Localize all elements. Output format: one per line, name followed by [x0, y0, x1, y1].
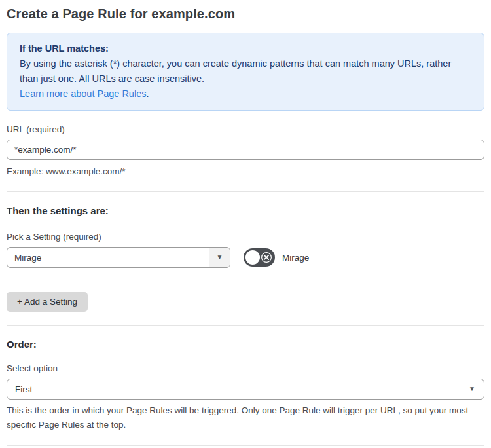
- divider: [7, 191, 484, 192]
- order-section-heading: Order:: [7, 339, 484, 350]
- setting-picker-label: Pick a Setting (required): [7, 232, 484, 242]
- caret-down-icon: ▼: [469, 386, 475, 392]
- setting-select-value: Mirage: [7, 248, 209, 267]
- url-input[interactable]: [7, 140, 484, 160]
- order-select-value: First: [15, 384, 32, 394]
- toggle-knob: [245, 250, 260, 265]
- settings-section-heading: Then the settings are:: [7, 205, 484, 216]
- mirage-toggle[interactable]: [244, 248, 275, 267]
- url-field-label: URL (required): [7, 124, 484, 134]
- create-page-rule-form: Create a Page Rule for example.com If th…: [0, 0, 491, 448]
- add-setting-button[interactable]: + Add a Setting: [7, 292, 88, 312]
- info-box-heading: If the URL matches:: [20, 41, 471, 56]
- info-box-link-line: Learn more about Page Rules.: [20, 86, 471, 102]
- caret-down-icon: ▼: [217, 254, 223, 261]
- setting-select-caret-button[interactable]: ▼: [209, 248, 230, 267]
- page-title: Create a Page Rule for example.com: [7, 7, 484, 22]
- toggle-setting-label: Mirage: [282, 253, 309, 263]
- divider: [7, 445, 484, 446]
- order-help-text: This is the order in which your Page Rul…: [7, 403, 478, 432]
- setting-row: Mirage ▼ Mirage: [7, 247, 484, 268]
- order-select[interactable]: First ▼: [7, 379, 484, 400]
- learn-more-link[interactable]: Learn more about Page Rules: [20, 88, 146, 99]
- link-period: .: [146, 88, 149, 99]
- divider: [7, 325, 484, 326]
- order-select-label: Select option: [7, 364, 484, 373]
- x-circle-icon: [261, 252, 272, 263]
- url-example-text: Example: www.example.com/*: [7, 164, 484, 178]
- info-box-body: By using the asterisk (*) character, you…: [20, 56, 471, 86]
- url-match-info-box: If the URL matches: By using the asteris…: [7, 33, 484, 111]
- setting-select[interactable]: Mirage ▼: [7, 247, 230, 268]
- info-box-body-text: By using the asterisk (*) character, you…: [20, 58, 451, 84]
